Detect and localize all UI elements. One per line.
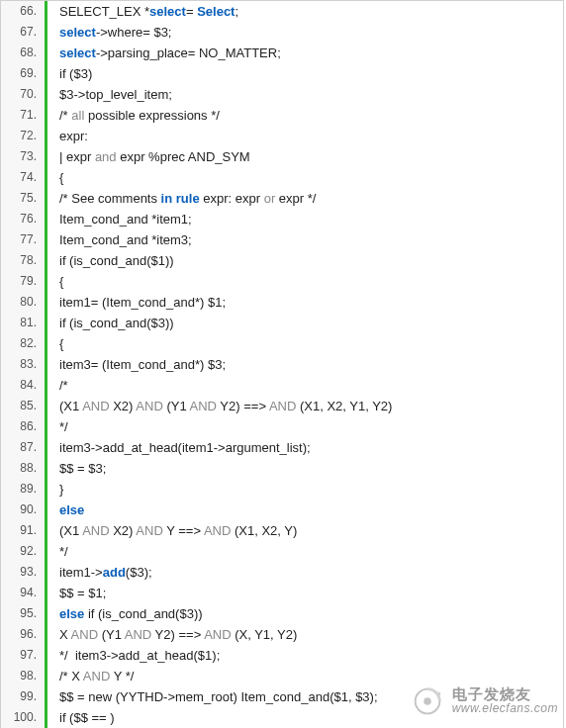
code-content: { bbox=[47, 167, 63, 188]
line-number: 73. bbox=[1, 146, 45, 167]
code-token: X2) bbox=[110, 523, 137, 538]
code-token: (X, Y1, Y2) bbox=[232, 627, 298, 642]
code-token: expr */ bbox=[275, 191, 316, 206]
code-line: 75./* See comments in rule expr: expr or… bbox=[1, 188, 563, 209]
line-number: 75. bbox=[1, 188, 45, 209]
code-token: AND bbox=[125, 627, 151, 642]
code-content: (X1 AND X2) AND Y ==> AND (X1, X2, Y) bbox=[47, 520, 297, 541]
code-token: item1-> bbox=[59, 565, 103, 580]
code-token: $$ = $3; bbox=[59, 461, 106, 476]
code-content: /* See comments in rule expr: expr or ex… bbox=[47, 188, 316, 209]
code-line: 85.(X1 AND X2) AND (Y1 AND Y2) ==> AND (… bbox=[1, 396, 563, 416]
code-token: { bbox=[59, 170, 63, 185]
code-content: if (is_cond_and($3)) bbox=[47, 313, 174, 333]
line-number: 90. bbox=[1, 500, 45, 520]
line-number: 78. bbox=[1, 250, 45, 271]
code-content: SELECT_LEX *select= Select; bbox=[47, 1, 238, 22]
line-number: 76. bbox=[1, 209, 45, 229]
code-token: Y2) ==> bbox=[217, 399, 269, 413]
line-number: 72. bbox=[1, 126, 45, 146]
code-token: AND bbox=[204, 523, 231, 538]
code-content: $$ = new (YYTHD->mem_root) Item_cond_and… bbox=[47, 686, 378, 707]
code-token: item3->add_at_head(item1->argument_list)… bbox=[59, 440, 311, 455]
code-block: 66.SELECT_LEX *select= Select;67.select-… bbox=[0, 0, 564, 728]
code-token: all bbox=[71, 108, 84, 123]
code-content: if (is_cond_and($1)) bbox=[47, 250, 174, 271]
code-token: X bbox=[59, 627, 71, 642]
code-token: select bbox=[149, 4, 186, 19]
code-token: $$ = new (YYTHD->mem_root) Item_cond_and… bbox=[59, 689, 378, 704]
code-content: /* all possible expressions */ bbox=[47, 105, 220, 126]
code-token: Item_cond_and *item1; bbox=[59, 212, 192, 227]
code-content: { bbox=[47, 271, 63, 292]
code-token: /* bbox=[59, 108, 71, 123]
code-content: select->where= $3; bbox=[47, 22, 171, 43]
line-number: 77. bbox=[1, 229, 45, 250]
code-token: AND bbox=[269, 399, 296, 413]
code-content: Item_cond_and *item1; bbox=[47, 209, 192, 229]
line-number: 82. bbox=[1, 333, 45, 354]
code-token: in bbox=[161, 191, 173, 206]
code-token: select bbox=[59, 25, 96, 40]
code-line: 73.| expr and expr %prec AND_SYM bbox=[1, 146, 563, 167]
svg-point-2 bbox=[436, 692, 440, 696]
code-content: item1->add($3); bbox=[47, 562, 152, 583]
code-content: if ($3) bbox=[47, 63, 92, 84]
code-content: item3->add_at_head(item1->argument_list)… bbox=[47, 437, 311, 458]
code-line: 79.{ bbox=[1, 271, 563, 292]
code-content: $$ = $3; bbox=[47, 458, 106, 479]
line-number: 100. bbox=[1, 707, 45, 728]
code-token: Y2) ==> bbox=[151, 627, 204, 642]
code-token: ->where= $3; bbox=[96, 25, 172, 40]
code-token: ($3); bbox=[126, 565, 152, 580]
line-number: 83. bbox=[1, 354, 45, 375]
code-token: Select bbox=[197, 4, 235, 19]
line-number: 80. bbox=[1, 292, 45, 313]
code-line: 97.*/ item3->add_at_head($1); bbox=[1, 645, 563, 666]
code-token: Item_cond_and *item3; bbox=[59, 232, 192, 247]
code-token: */ bbox=[59, 419, 68, 434]
code-token: item3= (Item_cond_and*) $3; bbox=[59, 357, 226, 372]
line-number: 79. bbox=[1, 271, 45, 292]
code-token: $$ = $1; bbox=[59, 586, 106, 600]
code-line: 83.item3= (Item_cond_and*) $3; bbox=[1, 354, 563, 375]
line-number: 93. bbox=[1, 562, 45, 583]
code-token: AND bbox=[83, 669, 110, 683]
code-token: else bbox=[59, 606, 84, 621]
code-token: { bbox=[59, 274, 63, 289]
line-number: 99. bbox=[1, 686, 45, 707]
line-number: 98. bbox=[1, 666, 45, 686]
code-line: 93.item1->add($3); bbox=[1, 562, 563, 583]
code-token: */ bbox=[59, 544, 68, 559]
code-line: 88.$$ = $3; bbox=[1, 458, 563, 479]
line-number: 94. bbox=[1, 583, 45, 603]
line-number: 85. bbox=[1, 396, 45, 416]
code-content: */ bbox=[47, 416, 68, 437]
line-number: 87. bbox=[1, 437, 45, 458]
code-token: AND bbox=[82, 399, 109, 413]
code-content: if ($$ == ) bbox=[47, 707, 115, 728]
code-content: (X1 AND X2) AND (Y1 AND Y2) ==> AND (X1,… bbox=[47, 396, 392, 416]
line-number: 68. bbox=[1, 43, 45, 63]
code-token: (X1 bbox=[59, 523, 82, 538]
code-line: 74.{ bbox=[1, 167, 563, 188]
code-token: expr %prec AND_SYM bbox=[117, 149, 250, 164]
code-token: (Y1 bbox=[163, 399, 190, 413]
code-token: ; bbox=[235, 4, 238, 19]
code-line: 76.Item_cond_and *item1; bbox=[1, 209, 563, 229]
code-token: /* See comments bbox=[59, 191, 161, 206]
line-number: 66. bbox=[1, 1, 45, 22]
code-token: /* X bbox=[59, 669, 83, 683]
line-number: 97. bbox=[1, 645, 45, 666]
logo-icon bbox=[409, 682, 446, 720]
code-token: if ($$ == ) bbox=[59, 710, 115, 725]
code-token: expr: expr bbox=[200, 191, 264, 206]
code-line: 72.expr: bbox=[1, 126, 563, 146]
code-token: if (is_cond_and($3)) bbox=[59, 316, 174, 330]
code-content: /* bbox=[47, 375, 68, 396]
code-token: if (is_cond_and($3)) bbox=[84, 606, 202, 621]
code-content: } bbox=[47, 479, 63, 500]
line-number: 81. bbox=[1, 313, 45, 333]
code-content: item1= (Item_cond_and*) $1; bbox=[47, 292, 226, 313]
svg-point-1 bbox=[424, 697, 431, 705]
